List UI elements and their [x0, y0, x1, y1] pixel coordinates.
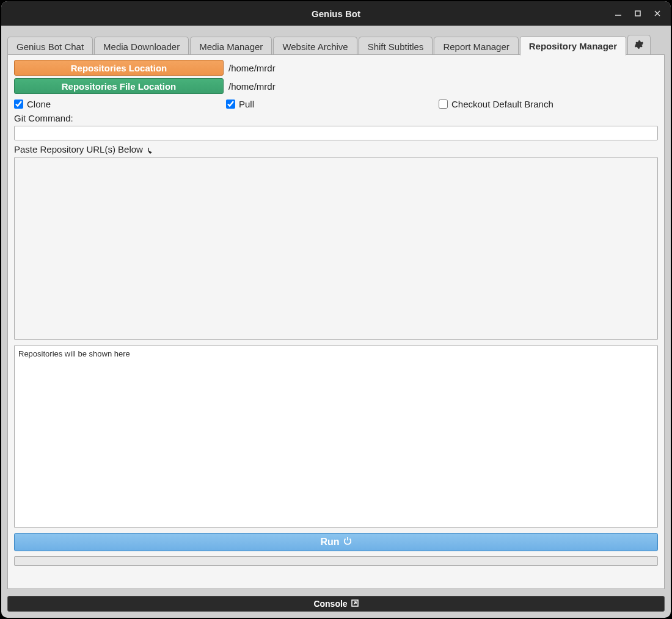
pull-checkbox-wrap[interactable]: Pull [226, 99, 439, 109]
repository-manager-pane: Repositories Location /home/mrdr Reposit… [7, 54, 665, 589]
tab-bar: Genius Bot Chat Media Downloader Media M… [1, 26, 671, 55]
tab-genius-bot-chat[interactable]: Genius Bot Chat [7, 37, 93, 56]
down-arrow-icon [145, 144, 154, 154]
gear-icon [634, 41, 644, 51]
window-controls [610, 1, 666, 26]
minimize-button[interactable] [610, 5, 627, 22]
options-row: Clone Pull Checkout Default Branch [14, 99, 658, 109]
pull-label: Pull [239, 99, 254, 109]
repositories-file-location-button[interactable]: Repositories File Location [14, 78, 224, 94]
progress-bar [14, 556, 658, 566]
git-command-label: Git Command: [14, 113, 658, 123]
app-window: Genius Bot Genius Bot Chat Media Downloa… [1, 1, 671, 618]
checkout-label: Checkout Default Branch [451, 99, 553, 109]
console-label: Console [313, 599, 347, 609]
repository-urls-textarea[interactable] [14, 157, 658, 340]
titlebar: Genius Bot [1, 1, 671, 26]
console-toggle[interactable]: Console [7, 596, 665, 612]
repositories-location-button[interactable]: Repositories Location [14, 60, 224, 76]
tab-repository-manager[interactable]: Repository Manager [520, 36, 626, 56]
svg-rect-1 [635, 11, 640, 16]
tab-report-manager[interactable]: Report Manager [434, 37, 518, 56]
tab-media-downloader[interactable]: Media Downloader [94, 37, 189, 56]
repositories-location-value: /home/mrdr [228, 63, 276, 73]
pull-checkbox[interactable] [226, 100, 235, 109]
tab-media-manager[interactable]: Media Manager [190, 37, 272, 56]
checkout-checkbox-wrap[interactable]: Checkout Default Branch [439, 99, 553, 109]
repositories-file-location-value: /home/mrdr [228, 81, 276, 92]
tab-shift-subtitles[interactable]: Shift Subtitles [359, 37, 433, 56]
close-button[interactable] [649, 5, 666, 22]
paste-urls-label: Paste Repository URL(s) Below [14, 144, 658, 154]
tab-website-archive[interactable]: Website Archive [273, 37, 357, 56]
expand-icon [351, 599, 359, 609]
checkout-checkbox[interactable] [439, 100, 448, 109]
tab-settings[interactable] [627, 35, 651, 56]
clone-label: Clone [27, 99, 51, 109]
run-button[interactable]: Run [14, 533, 658, 551]
clone-checkbox[interactable] [14, 100, 23, 109]
clone-checkbox-wrap[interactable]: Clone [14, 99, 226, 109]
window-title: Genius Bot [312, 9, 360, 19]
maximize-button[interactable] [629, 5, 646, 22]
repositories-output: Repositories will be shown here [14, 345, 658, 528]
run-label: Run [320, 537, 339, 548]
git-command-input[interactable] [14, 126, 658, 140]
power-icon [343, 537, 352, 548]
